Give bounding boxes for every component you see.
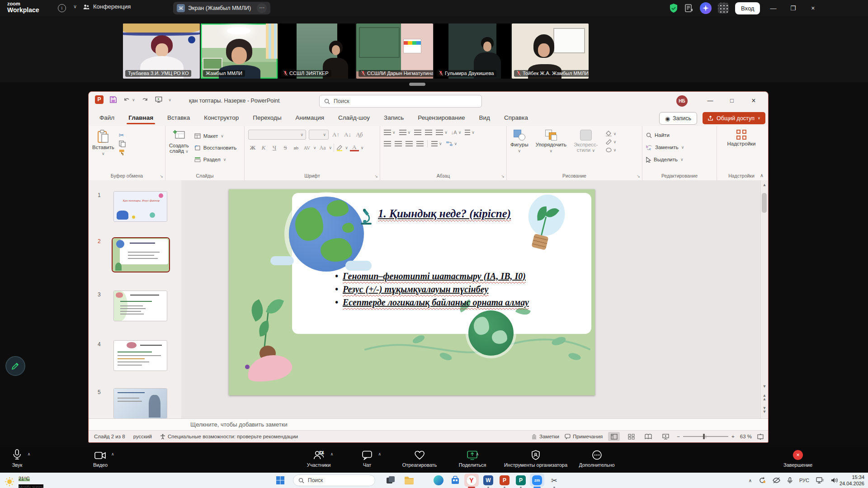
redo-icon[interactable]: [141, 96, 149, 103]
clear-format-icon[interactable]: А̲б: [355, 131, 364, 138]
format-painter-icon[interactable]: [119, 149, 126, 156]
sort-text-button[interactable]: ↓А∨: [451, 130, 461, 135]
account-avatar[interactable]: НБ: [676, 95, 688, 107]
audio-options-icon[interactable]: ∧: [28, 452, 31, 456]
paste-button[interactable]: Вставить∨: [92, 130, 114, 156]
participant-video[interactable]: Гульмира Даукишева: [434, 23, 511, 79]
network-icon[interactable]: [816, 477, 824, 483]
tab-design[interactable]: Конструктор: [203, 114, 240, 121]
tab-insert[interactable]: Вставка: [166, 114, 191, 121]
share-screen-button[interactable]: ∧ Поделиться: [459, 449, 486, 468]
participants-options-icon[interactable]: ∧: [330, 452, 334, 456]
start-button[interactable]: [275, 475, 286, 486]
tab-home[interactable]: Главная: [127, 114, 154, 121]
tab-slideshow[interactable]: Слайд-шоу: [337, 114, 371, 121]
section-button[interactable]: Раздел∨: [194, 154, 237, 165]
powerpoint-logo-icon[interactable]: P: [95, 95, 104, 104]
language-indicator[interactable]: РУС: [799, 478, 809, 483]
video-button[interactable]: ∧ Видео: [93, 449, 108, 468]
copy-icon[interactable]: [119, 141, 126, 147]
volume-icon[interactable]: [831, 477, 838, 483]
audio-button[interactable]: ∧ Звук: [12, 449, 23, 468]
participant-video[interactable]: ССШЛИ Дарын Нигматулина: [356, 23, 433, 79]
tab-animations[interactable]: Анимация: [295, 114, 325, 121]
ppt-maximize-button[interactable]: □: [722, 92, 742, 110]
underline-button[interactable]: Ч: [270, 144, 279, 151]
zoom-slider[interactable]: − +: [677, 434, 734, 439]
normal-view-button[interactable]: [608, 432, 620, 441]
tray-expand-icon[interactable]: ∧: [749, 478, 752, 483]
participants-button[interactable]: 14 ∧ Участники: [307, 449, 331, 468]
increase-font-icon[interactable]: А↑: [331, 131, 340, 138]
taskbar-clock[interactable]: 15:34 24.04.2026: [840, 474, 864, 487]
more-button[interactable]: Дополнительно: [579, 449, 614, 468]
snipping-tool-button[interactable]: ✂: [549, 475, 560, 486]
comments-toggle[interactable]: Примечания: [565, 434, 603, 439]
font-color-button[interactable]: А: [350, 144, 359, 151]
language-indicator[interactable]: русский: [133, 434, 152, 439]
zoom-level[interactable]: 63 %: [740, 434, 752, 439]
minimize-button[interactable]: —: [766, 5, 780, 12]
line-spacing-button[interactable]: ∨: [436, 130, 448, 135]
tab-review[interactable]: Рецензирование: [417, 114, 466, 121]
arrange-button[interactable]: Упорядочить∨: [536, 130, 566, 153]
weather-widget[interactable]: 21°CMostly sunny: [5, 474, 43, 488]
numbering-button[interactable]: ∨: [399, 130, 411, 135]
tab-view[interactable]: Вид: [478, 114, 491, 121]
slide-title[interactable]: 1. Қиындық неде? (кіріспе): [360, 207, 511, 225]
shapes-button[interactable]: Фигуры∨: [510, 130, 528, 153]
zoom-out-icon[interactable]: −: [677, 434, 680, 439]
replace-button[interactable]: bcЗаменить∨: [646, 142, 713, 153]
react-button[interactable]: Отреагировать: [402, 449, 437, 468]
zoom-slider-thumb[interactable]: [703, 434, 705, 439]
bold-button[interactable]: Ж: [248, 144, 257, 151]
align-center-icon[interactable]: [395, 141, 402, 146]
publisher-button[interactable]: P: [515, 475, 526, 486]
ppt-minimize-button[interactable]: —: [700, 92, 721, 110]
justify-icon[interactable]: [416, 141, 424, 146]
fit-slide-icon[interactable]: [757, 434, 764, 440]
vertical-scrollbar[interactable]: ▲ ▼ ▲▲ ▼▼: [760, 180, 768, 419]
new-slide-button[interactable]: Создатьслайд ∨: [169, 130, 189, 165]
previous-slide-button[interactable]: ▲▲: [761, 393, 768, 401]
task-view-button[interactable]: [385, 475, 396, 486]
italic-button[interactable]: К: [259, 144, 268, 151]
dialog-launcher-icon[interactable]: ↘: [374, 174, 378, 178]
login-button[interactable]: Вход: [735, 2, 760, 14]
strikethrough-button[interactable]: S: [281, 144, 290, 151]
zoom-taskbar-button[interactable]: zm: [532, 475, 542, 486]
shape-fill-button[interactable]: ∨: [605, 131, 617, 136]
captions-icon[interactable]: [684, 4, 693, 13]
cut-icon[interactable]: ✂: [119, 131, 126, 139]
save-icon[interactable]: [109, 96, 117, 103]
text-direction-button[interactable]: ∨: [465, 130, 475, 135]
participant-video[interactable]: Тукбаева З.И. УМЦ РО КО: [123, 23, 200, 79]
addins-button[interactable]: Надстройки: [721, 130, 762, 146]
undo-dropdown-icon[interactable]: ∨: [132, 98, 135, 102]
slide-thumbnail-2[interactable]: [112, 237, 170, 272]
yandex-browser-button[interactable]: Y: [466, 475, 477, 486]
scrollbar-thumb[interactable]: [762, 193, 767, 213]
scroll-down-icon[interactable]: ▼: [761, 383, 768, 390]
reading-view-button[interactable]: [642, 432, 654, 441]
undo-icon[interactable]: [123, 96, 131, 103]
end-meeting-button[interactable]: × Завершение: [783, 449, 812, 468]
tray-mic-icon[interactable]: [787, 477, 793, 484]
slide-thumbnail-5[interactable]: [113, 388, 167, 419]
share-button[interactable]: Общий доступ∨: [703, 112, 765, 124]
slide-thumbnail-1[interactable]: Қан топтары. Резус-фактор: [113, 191, 167, 222]
character-spacing-button[interactable]: AV: [302, 145, 311, 150]
taskbar-search[interactable]: Поиск: [293, 474, 375, 486]
slide-thumbnail-3[interactable]: [113, 291, 167, 321]
smartart-convert-button[interactable]: ∨: [446, 141, 458, 146]
edge-browser-button[interactable]: [433, 475, 444, 486]
microsoft-store-button[interactable]: [450, 475, 461, 486]
font-name-select[interactable]: ∨: [248, 130, 306, 140]
zoom-in-icon[interactable]: +: [731, 434, 735, 439]
dialog-launcher-icon[interactable]: ↘: [637, 174, 640, 178]
info-icon[interactable]: i: [58, 4, 66, 12]
dialog-launcher-icon[interactable]: ↘: [160, 174, 163, 178]
shape-outline-button[interactable]: ∨: [605, 139, 617, 145]
notes-toggle[interactable]: Заметки: [531, 434, 559, 439]
tab-record[interactable]: Запись: [383, 114, 405, 121]
